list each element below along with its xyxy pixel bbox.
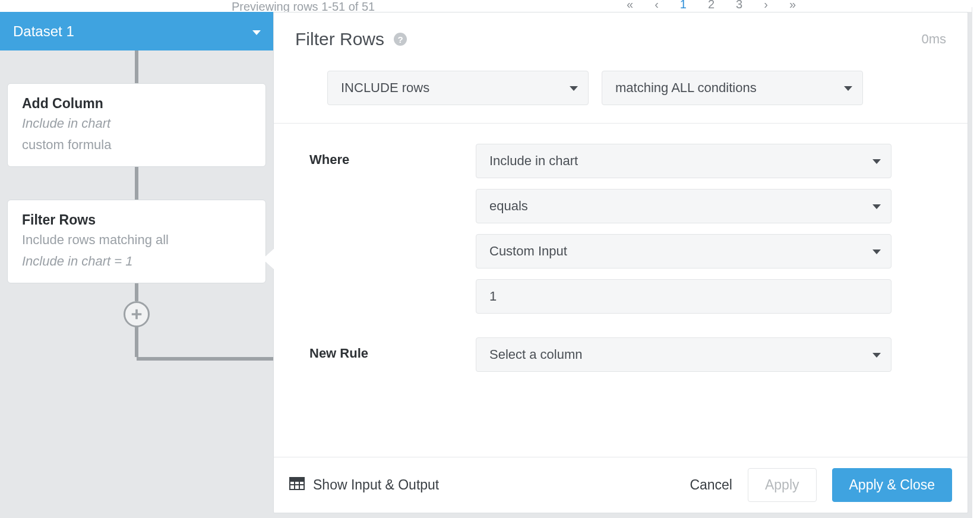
pager-page-3[interactable]: 3: [736, 0, 742, 11]
table-icon: [289, 477, 305, 494]
chevron-down-icon: [252, 23, 261, 40]
chevron-down-icon: [872, 244, 881, 259]
panel-footer: Show Input & Output Cancel Apply Apply &…: [274, 457, 968, 513]
plus-icon: [130, 308, 143, 321]
connector-line: [135, 50, 138, 83]
show-input-output-button[interactable]: Show Input & Output: [289, 477, 439, 494]
filter-rows-panel: Filter Rows ? 0ms INCLUDE rows matching …: [273, 12, 968, 513]
chevron-down-icon: [872, 347, 881, 362]
node-subtitle-1: Include in chart: [22, 114, 251, 133]
where-operator-select[interactable]: equals: [476, 189, 892, 223]
show-io-label: Show Input & Output: [313, 477, 439, 493]
select-placeholder: Select a column: [489, 347, 583, 362]
chevron-down-icon: [843, 80, 853, 96]
connector-line: [135, 167, 138, 200]
select-value: Custom Input: [489, 244, 567, 259]
cancel-button[interactable]: Cancel: [690, 477, 732, 493]
footer-actions: Cancel Apply Apply & Close: [690, 468, 952, 502]
help-icon[interactable]: ?: [394, 33, 407, 46]
pager-next[interactable]: ›: [764, 0, 768, 11]
include-mode-select[interactable]: INCLUDE rows: [327, 71, 589, 105]
chevron-down-icon: [872, 153, 881, 169]
where-row: Where Include in chart equals Custom Inp…: [309, 144, 946, 324]
panel-title: Filter Rows ?: [295, 29, 407, 49]
node-title: Filter Rows: [22, 212, 251, 228]
pager-first[interactable]: «: [627, 0, 633, 11]
node-subtitle-2: Include in chart = 1: [22, 252, 251, 271]
mode-row: INCLUDE rows matching ALL conditions: [274, 62, 968, 124]
apply-button[interactable]: Apply: [748, 468, 817, 502]
add-node-button[interactable]: [124, 301, 150, 327]
pipeline-node-add-column[interactable]: Add Column Include in chart custom formu…: [7, 83, 266, 167]
panel-title-text: Filter Rows: [295, 29, 384, 49]
svg-rect-0: [290, 478, 304, 481]
input-value: 1: [489, 289, 497, 304]
panel-body: Where Include in chart equals Custom Inp…: [274, 124, 968, 457]
node-title: Add Column: [22, 96, 251, 112]
pipeline-node-filter-rows[interactable]: Filter Rows Include rows matching all In…: [7, 200, 266, 283]
where-value-type-select[interactable]: Custom Input: [476, 234, 892, 269]
new-rule-controls: Select a column: [476, 337, 892, 383]
new-rule-column-select[interactable]: Select a column: [476, 337, 892, 372]
dataset-header[interactable]: Dataset 1: [0, 12, 273, 50]
where-value-input[interactable]: 1: [476, 279, 892, 314]
pager-last[interactable]: »: [789, 0, 796, 11]
where-label: Where: [309, 144, 476, 168]
preview-bar: Previewing rows 1-51 of 51 « ‹ 1 2 3 › »: [0, 0, 980, 12]
pipeline-canvas: Dataset 1 Add Column Include in chart cu…: [0, 12, 273, 518]
match-conditions-select[interactable]: matching ALL conditions: [602, 71, 863, 105]
select-value: matching ALL conditions: [615, 80, 757, 96]
where-column-select[interactable]: Include in chart: [476, 144, 892, 178]
execution-timing: 0ms: [921, 31, 946, 47]
pager-page-2[interactable]: 2: [708, 0, 715, 11]
pointer-indicator: [263, 248, 274, 270]
apply-close-button[interactable]: Apply & Close: [832, 468, 952, 502]
pager-page-1[interactable]: 1: [680, 0, 687, 11]
new-rule-row: New Rule Select a column: [309, 337, 946, 383]
panel-header: Filter Rows ? 0ms: [274, 12, 968, 62]
select-value: Include in chart: [489, 153, 578, 169]
pager: « ‹ 1 2 3 › »: [627, 0, 796, 11]
select-value: equals: [489, 198, 528, 214]
right-rail-edge: [972, 7, 980, 518]
pager-prev[interactable]: ‹: [655, 0, 659, 11]
chevron-down-icon: [872, 198, 881, 214]
new-rule-label: New Rule: [309, 337, 476, 361]
chevron-down-icon: [569, 80, 578, 96]
connector-line: [135, 283, 138, 301]
where-controls: Include in chart equals Custom Input 1: [476, 144, 892, 324]
dataset-title: Dataset 1: [13, 23, 74, 40]
select-value: INCLUDE rows: [341, 80, 429, 96]
connector-elbow: [0, 327, 273, 369]
node-subtitle-1: Include rows matching all: [22, 230, 251, 249]
node-subtitle-2: custom formula: [22, 135, 251, 154]
